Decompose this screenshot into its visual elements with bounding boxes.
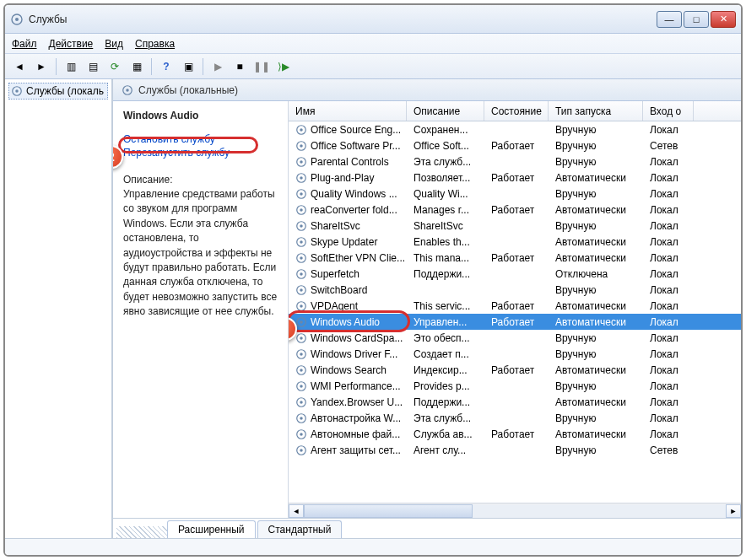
service-row[interactable]: WMI Performance...Provides p...ВручнуюЛо…: [289, 378, 741, 394]
service-desc-cell: Manages r...: [407, 204, 484, 216]
console-tree[interactable]: Службы (локаль: [5, 79, 113, 538]
horizontal-scrollbar[interactable]: ◄ ►: [289, 503, 741, 518]
refresh-button[interactable]: ⟳: [105, 57, 124, 76]
service-icon: [295, 316, 307, 328]
tab-standard[interactable]: Стандартный: [257, 520, 343, 538]
service-state-cell: Работает: [484, 300, 549, 312]
service-start-cell: Вручную: [549, 348, 643, 360]
service-name-cell: VPDAgent: [311, 300, 358, 312]
service-row[interactable]: VPDAgentThis servic...РаботаетАвтоматиче…: [289, 298, 741, 314]
service-start-cell: Вручную: [549, 332, 643, 344]
service-icon: [295, 428, 307, 440]
service-row[interactable]: Windows Driver F...Создает п...ВручнуюЛо…: [289, 346, 741, 362]
service-desc-cell: Сохранен...: [407, 124, 484, 136]
pause-service-button[interactable]: ❚❚: [252, 57, 271, 76]
callout-2-badge: 2: [113, 145, 123, 169]
maximize-button[interactable]: □: [684, 11, 709, 28]
help-button[interactable]: ?: [157, 57, 176, 76]
service-icon: [295, 268, 307, 280]
window-title: Службы: [29, 13, 657, 25]
service-row[interactable]: Windows AudioУправлен...РаботаетАвтомати…: [289, 314, 741, 330]
service-start-cell: Автоматически: [549, 172, 643, 184]
menu-help[interactable]: Справка: [135, 38, 175, 50]
service-icon: [295, 348, 307, 360]
service-row[interactable]: SuperfetchПоддержи...ОтключенаЛокал: [289, 266, 741, 282]
service-row[interactable]: Автонастройка W...Эта служб...ВручнуюЛок…: [289, 410, 741, 426]
service-row[interactable]: Quality Windows ...Quality Wi...ВручнуюЛ…: [289, 186, 741, 202]
service-row[interactable]: Parental ControlsЭта служб...ВручнуюЛока…: [289, 153, 741, 170]
column-startup-type[interactable]: Тип запуска: [549, 101, 643, 121]
restart-service-link[interactable]: Перезапустить службу: [123, 147, 278, 159]
scroll-left-button[interactable]: ◄: [289, 504, 304, 518]
service-desc-cell: This mana...: [407, 252, 484, 264]
service-row[interactable]: Office Source Eng...Сохранен...ВручнуюЛо…: [289, 121, 741, 137]
service-logon-cell: Локал: [643, 428, 694, 440]
service-row[interactable]: Skype UpdaterEnables th...АвтоматическиЛ…: [289, 234, 741, 250]
service-row[interactable]: Windows CardSpa...Это обесп...ВручнуюЛок…: [289, 330, 741, 346]
app-icon: [10, 13, 24, 26]
scroll-thumb[interactable]: [304, 504, 473, 518]
service-state-cell: Работает: [484, 252, 549, 264]
service-row[interactable]: Windows SearchИндексир...РаботаетАвтомат…: [289, 362, 741, 378]
service-start-cell: Автоматически: [549, 300, 643, 312]
service-icon: [295, 332, 307, 344]
pane-header: Службы (локальные): [113, 79, 741, 101]
service-icon: [295, 236, 307, 248]
statusbar: [5, 538, 741, 555]
service-logon-cell: Локал: [643, 252, 694, 264]
back-button[interactable]: ◄: [10, 57, 29, 76]
service-row[interactable]: Агент защиты сет...Агент слу...ВручнуюСе…: [289, 442, 741, 458]
forward-button[interactable]: ►: [32, 57, 51, 76]
service-row[interactable]: SwitchBoardВручнуюЛокал: [289, 282, 741, 298]
start-service-button[interactable]: ▶: [208, 57, 227, 76]
service-logon-cell: Локал: [643, 300, 694, 312]
service-row[interactable]: Office Software Pr...Office Soft...Работ…: [289, 137, 741, 153]
service-row[interactable]: Plug-and-PlayПозволяет...РаботаетАвтомат…: [289, 170, 741, 186]
service-desc-cell: ShareItSvc: [407, 220, 484, 232]
service-start-cell: Автоматически: [549, 316, 643, 328]
stop-service-button[interactable]: ■: [230, 57, 249, 76]
service-name-cell: Windows CardSpa...: [311, 332, 403, 344]
service-name-cell: reaConverter fold...: [311, 204, 397, 216]
properties-button[interactable]: ▤: [84, 57, 102, 76]
scroll-right-button[interactable]: ►: [726, 504, 741, 518]
service-row[interactable]: Yandex.Browser U...Поддержи...Автоматиче…: [289, 394, 741, 410]
export-button[interactable]: ▦: [127, 57, 146, 76]
service-desc-cell: Индексир...: [407, 364, 484, 376]
service-logon-cell: Локал: [643, 284, 694, 296]
service-start-cell: Автоматически: [549, 396, 643, 408]
service-start-cell: Отключена: [549, 268, 643, 280]
services-list: Имя Описание Состояние Тип запуска Вход …: [289, 101, 741, 518]
service-name-cell: Автономные фай...: [311, 428, 400, 440]
service-logon-cell: Локал: [643, 412, 694, 424]
service-row[interactable]: reaConverter fold...Manages r...Работает…: [289, 202, 741, 218]
service-logon-cell: Локал: [643, 236, 694, 248]
close-button[interactable]: ✕: [711, 11, 736, 28]
service-name-cell: Windows Search: [311, 364, 387, 376]
show-hide-tree-button[interactable]: ▥: [62, 57, 80, 76]
column-description[interactable]: Описание: [407, 101, 484, 121]
console-button[interactable]: ▣: [179, 57, 197, 76]
service-row[interactable]: ShareItSvcShareItSvcВручнуюЛокал: [289, 218, 741, 234]
restart-service-button[interactable]: ⟩▶: [274, 57, 293, 76]
column-state[interactable]: Состояние: [484, 101, 549, 121]
tree-node-services[interactable]: Службы (локаль: [8, 83, 108, 100]
service-name-cell: SoftEther VPN Clie...: [311, 252, 405, 264]
service-row[interactable]: Автономные фай...Служба ав...РаботаетАвт…: [289, 426, 741, 442]
toolbar: ◄ ► ▥ ▤ ⟳ ▦ ? ▣ ▶ ■ ❚❚ ⟩▶: [5, 54, 741, 79]
column-name[interactable]: Имя: [289, 101, 407, 121]
menu-file[interactable]: Файл: [12, 38, 37, 50]
minimize-button[interactable]: —: [657, 11, 682, 28]
column-logon[interactable]: Вход о: [643, 101, 694, 121]
service-logon-cell: Локал: [643, 204, 694, 216]
service-name-cell: Yandex.Browser U...: [311, 396, 403, 408]
list-body[interactable]: Office Source Eng...Сохранен...ВручнуюЛо…: [289, 121, 741, 503]
service-start-cell: Вручную: [549, 412, 643, 424]
stop-service-link[interactable]: Остановить службу: [123, 133, 278, 145]
service-row[interactable]: SoftEther VPN Clie...This mana...Работае…: [289, 250, 741, 266]
menu-view[interactable]: Вид: [105, 38, 123, 50]
service-logon-cell: Локал: [643, 124, 694, 136]
tab-extended[interactable]: Расширенный: [167, 520, 256, 538]
menu-action[interactable]: Действие: [49, 38, 94, 50]
service-state-cell: Работает: [484, 428, 549, 440]
